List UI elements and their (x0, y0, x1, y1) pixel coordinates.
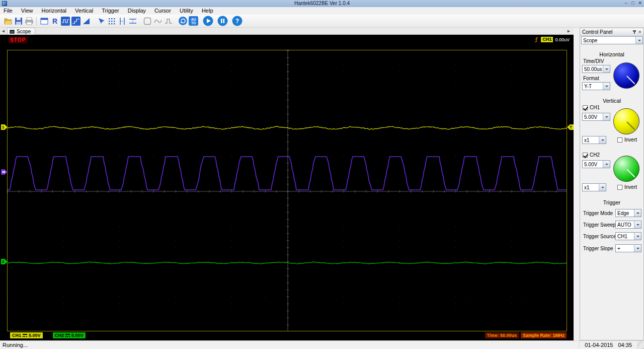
reference-wave-icon[interactable]: R (49, 16, 60, 26)
tab-scroll-left-icon[interactable]: ◀ (1, 28, 6, 34)
trigger-mode-label: Trigger Mode (583, 211, 613, 216)
control-panel: Control Panel × Scope Horizontal Time/DI… (580, 28, 644, 340)
trigger-source-badge: CH1 (541, 37, 553, 42)
ch2-label: CH2 (590, 152, 600, 158)
step-wave-icon[interactable] (70, 16, 81, 26)
start-icon[interactable] (203, 16, 213, 26)
dropdown-arrow-icon (634, 210, 641, 217)
dropdown-arrow-icon (603, 113, 610, 120)
pin-icon[interactable] (634, 30, 635, 34)
ch1-enable-row: CH1 (583, 105, 600, 110)
refresh-icon[interactable] (178, 16, 188, 26)
menu-item-utility[interactable]: Utility (176, 7, 197, 15)
menu-item-vertical[interactable]: Vertical (71, 7, 97, 15)
auto-set-icon[interactable]: AUTO (188, 16, 199, 26)
scope-graticule-and-waveforms (7, 50, 567, 331)
horizontal-position-knob[interactable] (613, 62, 639, 89)
trigger-section-title: Trigger (580, 199, 643, 205)
status-date: 01-04-2015 (585, 342, 613, 348)
ch2-enable-row: CH2 (583, 152, 600, 158)
maximize-button[interactable]: □ (631, 0, 634, 7)
horizontal-cursors-icon[interactable] (127, 16, 138, 26)
trigger-source-select[interactable]: CH1 (615, 232, 641, 240)
menu-item-trigger[interactable]: Trigger (98, 7, 122, 15)
format-select[interactable]: Y-T (582, 82, 610, 90)
grid-icon[interactable] (106, 16, 117, 26)
resize-grip-icon[interactable] (637, 341, 644, 349)
ch1-probe-select[interactable]: x1 (582, 136, 606, 144)
pause-icon[interactable] (217, 16, 228, 26)
ch1-invert-row: Invert (617, 137, 637, 143)
dc-coupling-icon (23, 334, 27, 337)
trigger-sweep-select[interactable]: AUTO (615, 221, 641, 229)
new-window-icon[interactable] (39, 16, 49, 26)
ch1-position-knob[interactable] (613, 108, 639, 134)
frame-icon (142, 16, 152, 26)
menu-item-file[interactable]: File (0, 7, 16, 15)
print-icon[interactable] (24, 16, 34, 26)
tab-scope[interactable]: Scope (7, 28, 35, 35)
square-wave-icon[interactable] (60, 16, 70, 26)
minimize-button[interactable]: – (625, 0, 627, 7)
trigger-readout: CH1 0.00uV (534, 37, 570, 42)
trigger-edge-icon (534, 37, 539, 42)
control-panel-header: Control Panel × (580, 28, 643, 36)
panel-close-icon[interactable]: × (638, 29, 641, 35)
ch1-enable-checkbox[interactable] (583, 105, 588, 110)
status-text: Running... (0, 342, 579, 348)
ch2-enable-checkbox[interactable] (583, 153, 588, 158)
ch2-probe-select[interactable]: x1 (582, 183, 606, 191)
cursor-icon[interactable] (96, 16, 106, 26)
tab-scope-label: Scope (17, 28, 31, 35)
sample-rate-readout: Sample Rate: 1MHz (521, 332, 567, 338)
ch1-label: CH1 (590, 105, 600, 110)
trigger-slope-select[interactable]: + (615, 244, 641, 252)
ch1-invert-checkbox[interactable] (617, 137, 622, 143)
trigger-slope-label: Trigger Slope (583, 246, 613, 251)
trigger-level-value: 0.00uV (555, 37, 570, 42)
trigger-level-marker[interactable]: T (567, 124, 574, 130)
scope-tab-icon (10, 30, 15, 34)
dropdown-arrow-icon (599, 184, 606, 191)
vertical-cursors-icon[interactable] (117, 16, 127, 26)
status-time: 04:35 (618, 342, 632, 348)
horizontal-section-title: Horizontal (580, 51, 643, 57)
tab-scroll-right-icon[interactable]: ▶ (566, 28, 572, 34)
dropdown-arrow-icon (634, 221, 641, 228)
scope-bottom-readouts: CH1 5.00V CH2 5.00V Time: 50.00us Sample… (0, 332, 574, 339)
dropdown-arrow-icon (599, 136, 606, 144)
scope-display-region: STOP CH1 0.00uV 1 M 2 T CH1 5.00V CH2 5.… (0, 35, 574, 340)
open-icon[interactable] (3, 16, 13, 26)
ch2-invert-row: Invert (617, 184, 637, 190)
dropdown-arrow-icon (603, 161, 610, 168)
ch2-volts-div-select[interactable]: 5.00V (582, 160, 610, 168)
dropdown-arrow-icon (635, 37, 642, 44)
control-panel-title: Control Panel (582, 29, 630, 35)
ch2-scale-readout: CH2 5.00V (53, 332, 86, 338)
menu-item-display[interactable]: Display (124, 7, 149, 15)
trigger-mode-select[interactable]: Edge (615, 209, 641, 217)
dropdown-arrow-icon (634, 245, 641, 252)
trigger-source-label: Trigger Source (583, 234, 616, 239)
status-bar: Running... 01-04-2015 04:35 (0, 340, 644, 349)
time-div-select[interactable]: 50.00us (582, 65, 610, 73)
panel-mode-select[interactable]: Scope (581, 36, 643, 44)
ramp-wave-icon[interactable] (81, 16, 92, 26)
menu-item-horizontal[interactable]: Horizontal (38, 7, 70, 15)
format-label: Format (583, 76, 599, 81)
menu-item-help[interactable]: Help (198, 7, 217, 15)
ch1-volts-div-select[interactable]: 5.00V (582, 113, 610, 121)
svg-text:R: R (52, 17, 57, 25)
menu-item-view[interactable]: View (18, 7, 37, 15)
ch2-invert-label: Invert (624, 184, 637, 190)
svg-text:AU: AU (191, 18, 196, 21)
close-button[interactable]: ✕ (638, 0, 642, 7)
ch2-position-knob[interactable] (613, 156, 639, 182)
menu-item-cursor[interactable]: Cursor (151, 7, 175, 15)
time-div-label: Time/DIV (583, 58, 604, 64)
save-icon[interactable] (13, 16, 24, 26)
help-icon[interactable]: ? (232, 16, 243, 26)
ch2-invert-checkbox[interactable] (617, 185, 622, 190)
wave-b-icon (163, 16, 174, 26)
dropdown-arrow-icon (603, 83, 610, 90)
